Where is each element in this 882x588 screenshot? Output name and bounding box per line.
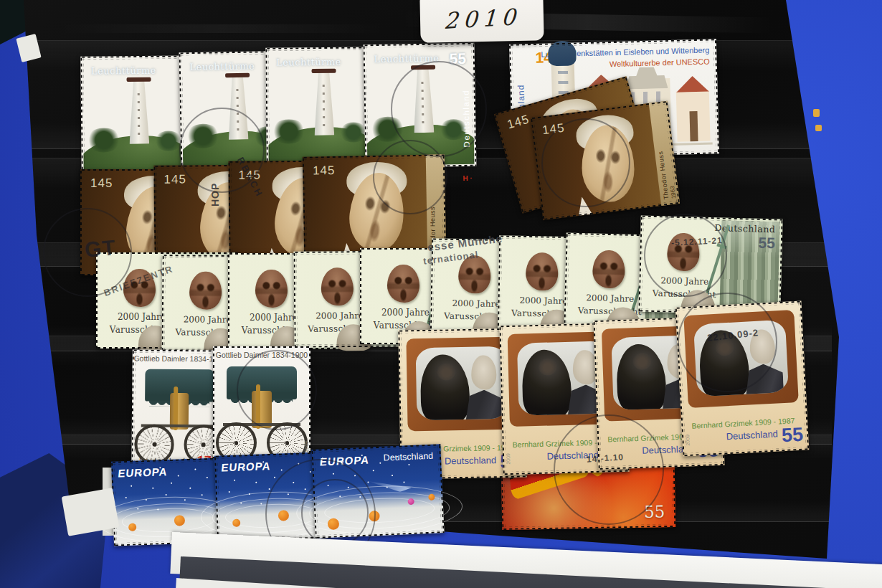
bronze-mask [255,270,288,308]
gorilla [615,343,667,410]
stamp-denomination: 55 [644,502,665,521]
stockbook-photo: Leuchttürme Leuchttürme Leuchttürme [0,0,882,588]
tv-frame [683,310,799,409]
gorilla [419,354,470,420]
stamp-title: EUROPA [118,465,169,479]
year-imprint: 2009 [304,441,309,452]
stamp-denomination: 55 [449,49,466,67]
bronze-mask [592,250,625,289]
grzimek-portrait [465,352,504,419]
stamp-country: Deutschland [383,450,433,463]
gold-glint [813,109,820,117]
bronze-mask [321,267,354,306]
stamp-title-line1: 2000 Jahre [653,275,716,287]
bronze-mask [189,271,222,310]
stamp-title: Leuchttürme [374,52,440,65]
stamp-heuss: 145 Theodor Heuss 1963 [303,154,447,262]
planet [232,518,240,526]
stamp-denomination: 55 [758,234,775,252]
stamp-varusschlacht: Deutschland 55 2000 Jahre Varusschlacht [638,215,782,315]
stamp-title-line1: 2000 Jahre [374,308,437,318]
stamp-title: Leuchttürme [91,65,156,77]
stamp-title-line1: 2000 Jahre [579,293,641,304]
stamp-title: EUROPA [221,460,272,473]
stamp-leuchtturme: Leuchttürme [80,55,190,178]
stamp-title: EUROPA [319,453,370,468]
tv-screen [416,346,508,420]
stamp-europa: EUROPA Deutschland [311,444,444,539]
stamp-denomination: 145 [238,168,261,182]
lighthouse-art: Leuchttürme 55 Deutschland [366,45,475,166]
bronze-mask [123,269,156,308]
stamp-denomination: 55 [781,423,804,447]
year-label: 2010 [419,0,544,43]
stamp-country: Deutschland [445,455,497,467]
stamp-title: Leuchttürme [276,57,341,68]
bronze-mask [666,232,700,272]
stamp-heuss: 145 Theodor Heuss 1963 [531,101,680,220]
lighthouse-art: Leuchttürme [267,49,373,167]
stamp-title: Leuchttürme [189,60,255,72]
stamp-title: Bernhard Grzimek 1909 - 1987 [691,416,795,430]
stamp-title-line2: Weltkulturerbe der UNESCO [610,57,710,68]
building [676,91,711,143]
stamp-leuchtturme: Leuchttürme 55 Deutschland H · [364,43,477,169]
grzimek-portrait [742,326,784,394]
gold-glint [815,125,822,131]
stamp-denomination: 145 [506,112,531,132]
stamp-grzimek: Bernhard Grzimek 1909 - 1987 Deutschland… [675,301,810,457]
stamp-europa: EUROPA [111,457,223,546]
bronze-mask [457,255,490,294]
stamp-denomination: 145 [163,172,186,186]
stamp-title: Gottlieb Daimler 1834-1900 [213,351,310,359]
year-label-text: 2010 [443,4,521,34]
gorilla [521,349,572,415]
stamp-denomination: 145 [541,121,566,138]
stamp-country: Deutschland [461,76,471,148]
stamp-country: Deutschland [546,450,599,462]
stamp-leuchtturme: Leuchttürme [265,47,375,169]
year-imprint: 2009 [685,435,691,446]
stamp-denomination: 145 [313,163,336,179]
lighthouse-art: Leuchttürme [82,57,188,176]
year-imprint: 2009 [506,453,511,465]
tv-screen [693,320,788,397]
bronze-mask [525,252,558,291]
planet [328,518,340,530]
stamp-denomination: 145 [90,176,113,191]
stamp-daimler: Gottlieb Daimler 1834-1900 Deutschland 1… [213,346,310,470]
plate-mark: H · [463,174,473,182]
gloss-reflection [57,24,387,33]
stamp-europa: EUROPA [214,452,328,541]
tower-windows [323,85,326,127]
bronze-mask [387,265,420,303]
stamp-country: Deutschland [714,222,775,234]
tower-windows [138,93,141,136]
stamp-country: Deutschland [726,429,778,442]
